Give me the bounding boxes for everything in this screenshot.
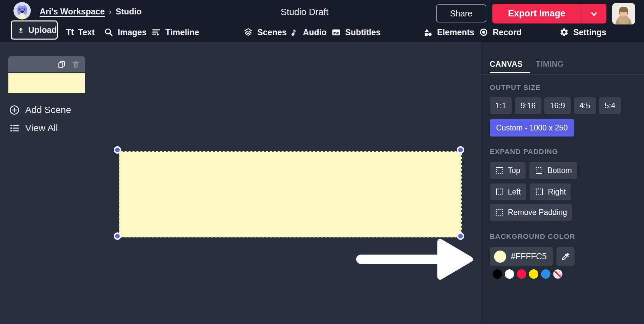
share-button-label: Share <box>450 9 473 18</box>
trash-icon <box>71 60 80 69</box>
color-hex-button[interactable]: #FFFFC5 <box>490 247 553 266</box>
selected-rectangle[interactable] <box>119 151 462 237</box>
pad-right-icon <box>535 187 544 196</box>
ratio-4-5-button[interactable]: 4:5 <box>574 97 596 114</box>
expand-padding-label: EXPAND PADDING <box>490 148 558 156</box>
text-icon: Tt <box>66 27 73 38</box>
share-button[interactable]: Share <box>436 4 486 22</box>
remove-padding-button[interactable]: Remove Padding <box>490 204 572 221</box>
gear-icon <box>559 28 569 37</box>
add-scene-label: Add Scene <box>25 105 71 115</box>
tab-upload-label: Upload <box>28 25 57 35</box>
tab-elements[interactable]: Elements <box>423 23 474 41</box>
background-color-row: #FFFFC5 <box>490 247 575 266</box>
export-image-button[interactable]: Export Image <box>492 4 606 23</box>
tab-timeline[interactable]: Timeline <box>152 23 199 41</box>
pad-left-label: Left <box>508 187 521 197</box>
tab-scenes-label: Scenes <box>257 28 287 37</box>
pad-bottom-button[interactable]: Bottom <box>529 162 577 179</box>
remove-padding-label: Remove Padding <box>508 208 567 217</box>
tab-record[interactable]: Record <box>479 23 522 41</box>
kapwing-studio-app: Ari's Workspace › Studio Studio Draft Sh… <box>0 0 644 324</box>
duplicate-scene-button[interactable] <box>57 60 66 69</box>
pad-top-icon <box>495 166 504 175</box>
resize-handle-top-left[interactable] <box>114 146 121 154</box>
ratio-16-9-button[interactable]: 16:9 <box>544 97 571 114</box>
tab-images-label: Images <box>118 28 147 37</box>
subtitles-icon <box>331 28 341 37</box>
pad-top-label: Top <box>508 166 520 175</box>
custom-size-button[interactable]: Custom - 1000 x 250 <box>490 119 574 137</box>
pad-left-button[interactable]: Left <box>490 183 526 200</box>
arrow-element[interactable] <box>352 237 476 282</box>
swatch-blue[interactable] <box>541 269 550 279</box>
plus-circle-icon <box>9 105 20 115</box>
ratio-button-row: 1:1 9:16 16:9 4:5 5:4 <box>490 97 621 114</box>
tab-record-label: Record <box>493 28 522 37</box>
tab-subtitles[interactable]: Subtitles <box>331 23 381 41</box>
resize-handle-bottom-left[interactable] <box>114 232 121 240</box>
tab-settings-label: Settings <box>573 28 606 37</box>
cat-avatar-icon <box>13 2 31 19</box>
tab-audio[interactable]: Audio <box>290 23 327 41</box>
breadcrumb-workspace-link[interactable]: Ari's Workspace <box>40 7 105 16</box>
tab-images[interactable]: Images <box>104 23 147 41</box>
scene-thumbnail[interactable] <box>8 73 85 93</box>
music-note-icon <box>290 28 299 37</box>
swatch-yellow[interactable] <box>529 269 538 279</box>
pad-bottom-label: Bottom <box>547 166 572 175</box>
ratio-5-4-button[interactable]: 5:4 <box>599 97 621 114</box>
tab-timeline-label: Timeline <box>165 28 199 37</box>
resize-handle-bottom-right[interactable] <box>457 232 464 240</box>
resize-handle-top-right[interactable] <box>457 146 464 154</box>
remove-padding-icon <box>495 208 504 217</box>
padding-row-1: Top Bottom <box>490 162 577 179</box>
export-options-toggle[interactable] <box>581 4 606 23</box>
tab-settings[interactable]: Settings <box>559 23 606 41</box>
tab-upload[interactable]: Upload <box>11 20 58 40</box>
ratio-9-16-button[interactable]: 9:16 <box>515 97 541 114</box>
swatch-white[interactable] <box>505 269 514 279</box>
padding-row-3: Remove Padding <box>490 204 572 221</box>
output-size-label: OUTPUT SIZE <box>490 84 541 92</box>
chevron-down-icon <box>589 9 599 19</box>
tab-canvas[interactable]: CANVAS <box>490 60 523 69</box>
view-all-button[interactable]: View All <box>9 123 58 133</box>
layers-icon <box>244 28 253 37</box>
list-icon <box>9 123 20 133</box>
pad-right-button[interactable]: Right <box>530 183 571 200</box>
current-color-swatch <box>494 251 506 263</box>
delete-scene-button[interactable] <box>71 60 80 69</box>
user-avatar[interactable] <box>612 3 635 24</box>
panel-divider <box>481 74 644 75</box>
tab-elements-label: Elements <box>437 28 474 37</box>
document-title[interactable]: Studio Draft <box>281 7 329 17</box>
swatch-red[interactable] <box>517 269 526 279</box>
header-bar: Ari's Workspace › Studio Studio Draft Sh… <box>0 0 644 42</box>
breadcrumb: Ari's Workspace › Studio <box>40 7 142 16</box>
preset-swatches <box>493 269 562 279</box>
workspace-avatar[interactable] <box>13 2 31 19</box>
pad-bottom-icon <box>535 166 543 175</box>
shapes-icon <box>423 28 433 37</box>
user-photo <box>612 3 635 24</box>
eyedropper-icon <box>561 252 570 261</box>
tab-subtitles-label: Subtitles <box>345 28 381 37</box>
tab-scenes[interactable]: Scenes <box>244 23 287 41</box>
tab-text-label: Text <box>78 28 95 37</box>
timeline-icon <box>152 28 161 37</box>
tab-timing[interactable]: TIMING <box>536 60 564 69</box>
eyedropper-button[interactable] <box>556 247 575 266</box>
view-all-label: View All <box>25 123 58 133</box>
active-tab-underline <box>490 72 530 73</box>
record-icon <box>479 28 488 37</box>
ratio-1-1-button[interactable]: 1:1 <box>490 97 512 114</box>
color-hex-value: #FFFFC5 <box>511 252 547 261</box>
search-icon <box>104 28 113 37</box>
pad-top-button[interactable]: Top <box>490 162 526 179</box>
tab-audio-label: Audio <box>303 28 327 37</box>
swatch-black[interactable] <box>493 269 502 279</box>
add-scene-button[interactable]: Add Scene <box>9 105 71 115</box>
swatch-transparent[interactable] <box>553 269 562 279</box>
tab-text[interactable]: Tt Text <box>66 23 95 41</box>
